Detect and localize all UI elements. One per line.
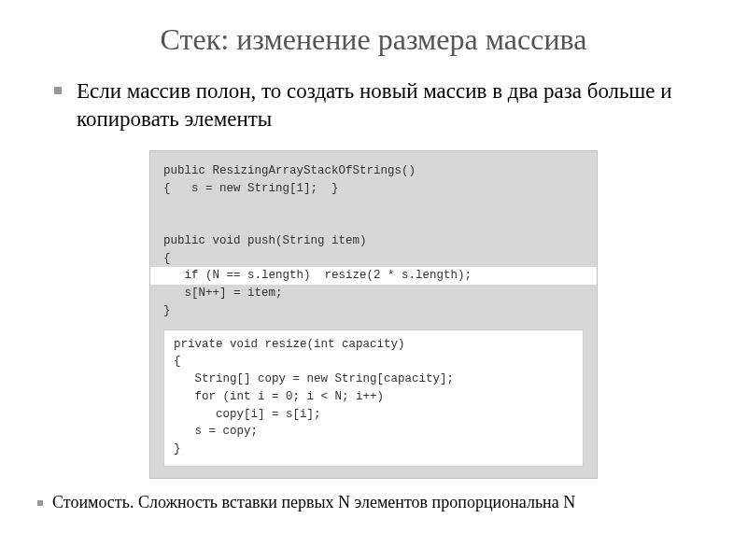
code-line: { <box>174 353 573 371</box>
code-line: public void push(String item) <box>150 232 597 250</box>
bullet-1-text: Если массив полон, то создать новый масс… <box>77 77 710 133</box>
code-wrap: public ResizingArrayStackOfStrings() { s… <box>37 150 710 479</box>
code-sub-block: private void resize(int capacity) { Stri… <box>163 329 584 467</box>
code-line-blank <box>150 197 597 215</box>
code-line-highlight: if (N == s.length) resize(2 * s.length); <box>150 267 597 285</box>
code-line: private void resize(int capacity) <box>174 336 573 354</box>
code-line: s[N++] = item; <box>150 285 597 302</box>
bullet-1: Если массив полон, то создать новый масс… <box>37 77 710 133</box>
bullet-2-text: Стоимость. Сложность вставки первых N эл… <box>52 492 710 513</box>
bullet-marker-icon <box>37 500 43 506</box>
slide: Стек: изменение размера массива Если мас… <box>0 0 747 560</box>
slide-title: Стек: изменение размера массива <box>37 22 710 57</box>
bullet-marker-icon <box>54 87 62 94</box>
code-line-blank <box>150 215 597 232</box>
code-block: public ResizingArrayStackOfStrings() { s… <box>149 150 598 479</box>
code-line: public ResizingArrayStackOfStrings() <box>150 162 597 180</box>
bullet-2: Стоимость. Сложность вставки первых N эл… <box>37 492 710 513</box>
code-line: { s = new String[1]; } <box>150 180 597 198</box>
code-line: String[] copy = new String[capacity]; <box>174 371 573 388</box>
code-line: for (int i = 0; i < N; i++) <box>174 388 573 406</box>
code-line: } <box>174 441 573 458</box>
code-line: { <box>150 250 597 268</box>
code-line: copy[i] = s[i]; <box>174 406 573 424</box>
code-line: s = copy; <box>174 423 573 441</box>
code-line: } <box>150 302 597 320</box>
